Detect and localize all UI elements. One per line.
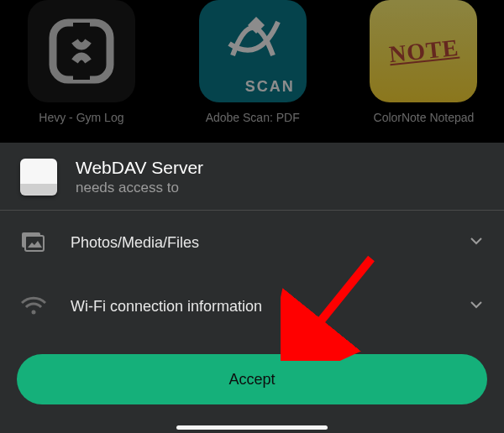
dialog-header-text: WebDAV Server needs access to bbox=[76, 158, 203, 196]
accept-button-label: Accept bbox=[228, 371, 275, 389]
permission-row-files[interactable]: Photos/Media/Files bbox=[0, 211, 504, 274]
adobe-scan-icon: SCAN bbox=[199, 0, 307, 102]
app-hevy: Hevy - Gym Log bbox=[25, 0, 138, 143]
app-adobe-scan: SCAN Adobe Scan: PDF bbox=[197, 0, 309, 143]
wifi-icon bbox=[20, 293, 47, 320]
svg-rect-2 bbox=[25, 236, 44, 251]
app-colornote: NOTE ColorNote Notepad bbox=[368, 0, 480, 143]
app-label: Adobe Scan: PDF bbox=[206, 111, 300, 124]
colornote-icon: NOTE bbox=[370, 0, 477, 102]
photos-media-files-icon bbox=[20, 229, 47, 256]
adobe-glyph-icon bbox=[218, 5, 288, 65]
hevy-icon bbox=[28, 0, 135, 102]
dialog-subtitle: needs access to bbox=[76, 180, 203, 196]
chevron-down-icon bbox=[469, 233, 484, 252]
drive-icon bbox=[20, 159, 57, 196]
chevron-down-icon bbox=[469, 297, 484, 316]
dialog-header: WebDAV Server needs access to bbox=[0, 143, 504, 210]
scan-text: SCAN bbox=[245, 78, 295, 96]
app-label: Hevy - Gym Log bbox=[39, 111, 123, 124]
permission-dialog: WebDAV Server needs access to Photos/Med… bbox=[0, 143, 504, 433]
permission-row-wifi[interactable]: Wi-Fi connection information bbox=[0, 274, 504, 338]
home-screen-apps: Hevy - Gym Log SCAN Adobe Scan: PDF NOTE… bbox=[0, 0, 504, 143]
hevy-glyph-icon bbox=[46, 16, 117, 86]
note-text: NOTE bbox=[387, 34, 459, 69]
dialog-app-name: WebDAV Server bbox=[76, 158, 203, 178]
accept-button[interactable]: Accept bbox=[17, 354, 487, 404]
home-indicator[interactable] bbox=[176, 425, 328, 430]
permission-label: Photos/Media/Files bbox=[71, 234, 469, 252]
svg-point-3 bbox=[32, 310, 36, 315]
permission-label: Wi-Fi connection information bbox=[71, 298, 469, 316]
app-label: ColorNote Notepad bbox=[374, 111, 475, 124]
